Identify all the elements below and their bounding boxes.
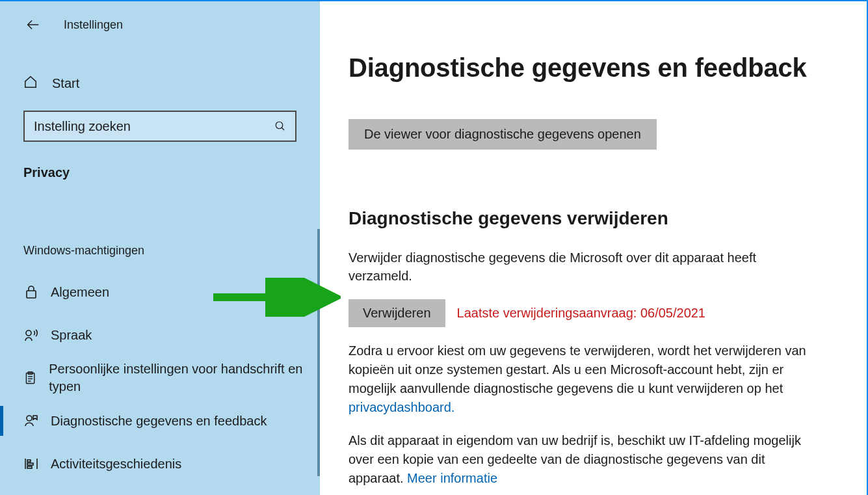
header: Instellingen xyxy=(0,1,320,48)
sidebar-item-label: Spraak xyxy=(51,327,92,344)
search-icon xyxy=(274,120,286,132)
delete-row: Verwijderen Laatste verwijderingsaanvraa… xyxy=(349,299,830,327)
main-content: Diagnostische gegevens en feedback De vi… xyxy=(320,1,867,495)
activity-icon xyxy=(23,456,39,472)
svg-point-1 xyxy=(276,122,283,129)
more-info-link[interactable]: Meer informatie xyxy=(407,471,497,485)
paragraph-1: Zodra u ervoor kiest om uw gegevens te v… xyxy=(349,341,817,417)
privacy-dashboard-link[interactable]: privacydashboard. xyxy=(349,400,454,414)
arrow-left-icon xyxy=(25,18,40,32)
search-wrap xyxy=(0,111,320,142)
delete-section-title: Diagnostische gegevens verwijderen xyxy=(349,208,830,229)
svg-point-10 xyxy=(27,416,32,421)
settings-window: Instellingen Start Privacy Windows-macht… xyxy=(0,0,868,495)
sidebar-item-label: Diagnostische gegevens en feedback xyxy=(51,412,267,430)
sidebar-item-label: Persoonlijke instellingen voor handschri… xyxy=(49,360,304,395)
clipboard-icon xyxy=(23,371,37,384)
svg-rect-14 xyxy=(27,463,33,465)
search-input[interactable] xyxy=(34,119,274,134)
feedback-icon xyxy=(23,413,39,429)
lock-icon xyxy=(23,284,39,300)
sidebar-subsection-label: Windows-machtigingen xyxy=(0,244,320,258)
sidebar-item-speech[interactable]: Spraak xyxy=(0,314,320,356)
app-title: Instellingen xyxy=(64,18,123,32)
svg-line-2 xyxy=(282,127,284,130)
home-icon xyxy=(23,75,38,92)
sidebar-item-label: Activiteitsgeschiedenis xyxy=(51,455,181,473)
delete-status: Laatste verwijderingsaanvraag: 06/05/202… xyxy=(457,306,705,321)
sidebar-item-diagnostics[interactable]: Diagnostische gegevens en feedback xyxy=(0,399,320,442)
sidebar-item-activity[interactable]: Activiteitsgeschiedenis xyxy=(0,442,320,485)
sidebar-item-label: Algemeen xyxy=(51,284,109,301)
delete-button[interactable]: Verwijderen xyxy=(349,299,445,327)
sidebar-item-inking[interactable]: Persoonlijke instellingen voor handschri… xyxy=(0,356,320,399)
sidebar-home-label: Start xyxy=(52,76,79,91)
sidebar: Instellingen Start Privacy Windows-macht… xyxy=(0,1,320,495)
sidebar-home[interactable]: Start xyxy=(0,65,320,101)
svg-rect-13 xyxy=(27,460,31,462)
sidebar-item-general[interactable]: Algemeen xyxy=(0,271,320,314)
open-viewer-button[interactable]: De viewer voor diagnostische gegevens op… xyxy=(349,119,657,150)
svg-rect-15 xyxy=(27,466,32,468)
page-title: Diagnostische gegevens en feedback xyxy=(349,53,830,83)
svg-rect-3 xyxy=(27,291,36,298)
delete-description: Verwijder diagnostische gegevens die Mic… xyxy=(349,248,817,285)
sidebar-section-label: Privacy xyxy=(0,165,320,180)
svg-point-4 xyxy=(26,330,31,336)
sidebar-nav: Algemeen Spraak Persoonlijke instellinge… xyxy=(0,271,320,485)
speech-icon xyxy=(23,327,39,343)
paragraph-2: Als dit apparaat in eigendom van uw bedr… xyxy=(349,431,817,488)
paragraph-1-text: Zodra u ervoor kiest om uw gegevens te v… xyxy=(349,343,806,395)
back-button[interactable] xyxy=(23,16,42,34)
search-box[interactable] xyxy=(23,111,296,142)
